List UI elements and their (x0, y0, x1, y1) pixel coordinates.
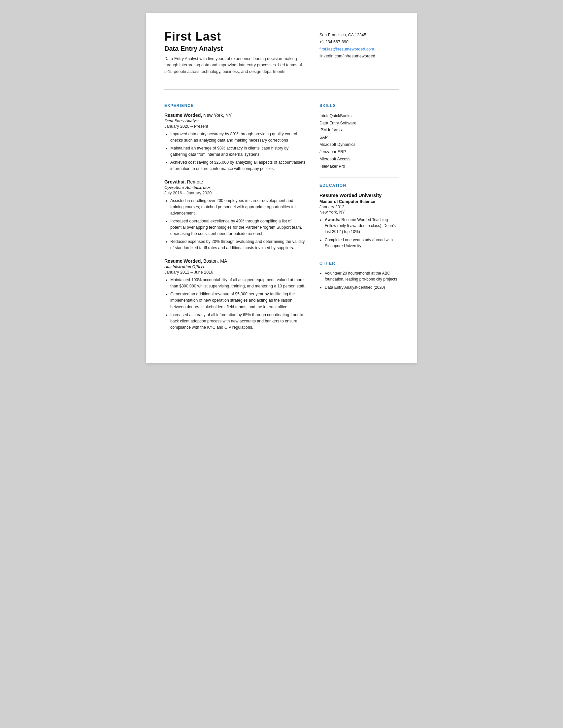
role-1: Data Entry Analyst (164, 118, 306, 123)
employer-name-3: Resume Worded, (164, 258, 202, 264)
header-divider (164, 89, 399, 95)
skill-3: SAP (319, 134, 399, 141)
employer-location-2: Remote (186, 179, 203, 184)
bullet-1-0: Improved data entry accuracy by 89% thro… (170, 131, 306, 144)
contact-linkedin: linkedin.com/in/resumeworded (319, 53, 399, 60)
bullet-3-0: Maintained 100% accountability of all as… (170, 277, 306, 289)
candidate-title: Data Entry Analyst (164, 45, 306, 52)
skills-heading: SKILLS (319, 103, 399, 108)
employer-location-3: Boston, MA (202, 258, 227, 264)
left-column: EXPERIENCE Resume Worded, New York, NY D… (164, 103, 306, 343)
edu-degree: Master of Computer Science (319, 199, 399, 204)
email-link[interactable]: first.last@resumeworded.com (319, 47, 374, 51)
edu-bullet-1: Completed one-year study abroad with Sin… (325, 237, 399, 249)
contact-phone: +1 234 567-890 (319, 39, 399, 46)
other-bullet-1: Data Entry Analyst-certified (2020) (325, 284, 399, 290)
right-column: SKILLS Intuit QuickBooks Data Entry Soft… (319, 103, 399, 343)
skill-5: Jenzabar ERP (319, 149, 399, 156)
employer-location-1: New York, NY (202, 113, 232, 118)
skills-list: Intuit QuickBooks Data Entry Software IB… (319, 113, 399, 170)
edu-location: New York, NY (319, 210, 399, 215)
skill-2: IBM Informix (319, 127, 399, 134)
resume-document: First Last Data Entry Analyst Data Entry… (146, 13, 417, 363)
dates-3: January 2012 – June 2016 (164, 270, 306, 275)
header-right: San Francisco, CA 12345 +1 234 567-890 f… (319, 30, 399, 80)
skills-divider (319, 178, 399, 178)
edu-date: January 2012 (319, 205, 399, 209)
university-name: Resume Worded University (319, 192, 399, 199)
education-block: Resume Worded University Master of Compu… (319, 192, 399, 249)
skill-1: Data Entry Software (319, 120, 399, 127)
skill-7: FileMaker Pro (319, 163, 399, 170)
candidate-name: First Last (164, 30, 306, 44)
employer-name-2: Growthsi, (164, 179, 186, 184)
bullet-2-0: Assisted in enrolling over 200 employees… (170, 198, 306, 216)
skill-4: Microsoft Dynamics (319, 141, 399, 149)
bullet-2-1: Increased operational excellence by 40% … (170, 218, 306, 237)
other-section: OTHER Volunteer 20 hours/month at the AB… (319, 261, 399, 290)
skill-0: Intuit QuickBooks (319, 113, 399, 120)
candidate-summary: Data Entry Analyst with five years of ex… (164, 56, 306, 75)
experience-block-3: Resume Worded, Boston, MA Administration… (164, 258, 306, 330)
employer-name-1: Resume Worded, (164, 113, 202, 118)
other-bullet-0: Volunteer 20 hours/month at the ABC foun… (325, 270, 399, 282)
role-2: Operations Administrator (164, 185, 306, 190)
employer-1: Resume Worded, New York, NY (164, 113, 306, 118)
dates-1: January 2020 – Present (164, 124, 306, 129)
bullet-2-2: Reduced expenses by 20% through evaluati… (170, 239, 306, 251)
edu-bullet-0: Awards: Resume Worded Teaching Fellow (o… (325, 217, 399, 235)
skill-6: Microsoft Access (319, 156, 399, 163)
role-3: Administration Officer (164, 264, 306, 269)
contact-address: San Francisco, CA 12345 (319, 32, 399, 39)
education-heading: EDUCATION (319, 183, 399, 188)
header-section: First Last Data Entry Analyst Data Entry… (164, 30, 399, 80)
awards-label: Awards: (325, 217, 340, 222)
bullet-1-2: Achieved cost saving of $25,000 by analy… (170, 159, 306, 172)
bullet-1-1: Maintained an average of 98% accuracy in… (170, 145, 306, 158)
education-divider (319, 255, 399, 255)
edu-bullets: Awards: Resume Worded Teaching Fellow (o… (319, 217, 399, 249)
other-heading: OTHER (319, 261, 399, 266)
dates-2: July 2016 – January 2020 (164, 191, 306, 195)
experience-heading: EXPERIENCE (164, 103, 306, 108)
experience-block-1: Resume Worded, New York, NY Data Entry A… (164, 113, 306, 172)
header-left: First Last Data Entry Analyst Data Entry… (164, 30, 306, 80)
bullet-3-1: Generated an additional revenue of $5,00… (170, 291, 306, 310)
employer-3: Resume Worded, Boston, MA (164, 258, 306, 264)
bullets-1: Improved data entry accuracy by 89% thro… (164, 131, 306, 172)
employer-2: Growthsi, Remote (164, 179, 306, 184)
experience-block-2: Growthsi, Remote Operations Administrato… (164, 179, 306, 251)
bullets-2: Assisted in enrolling over 200 employees… (164, 198, 306, 251)
bullets-3: Maintained 100% accountability of all as… (164, 277, 306, 330)
contact-email[interactable]: first.last@resumeworded.com (319, 46, 399, 53)
other-bullets: Volunteer 20 hours/month at the ABC foun… (319, 270, 399, 290)
bullet-3-2: Increased accuracy of all information by… (170, 312, 306, 331)
